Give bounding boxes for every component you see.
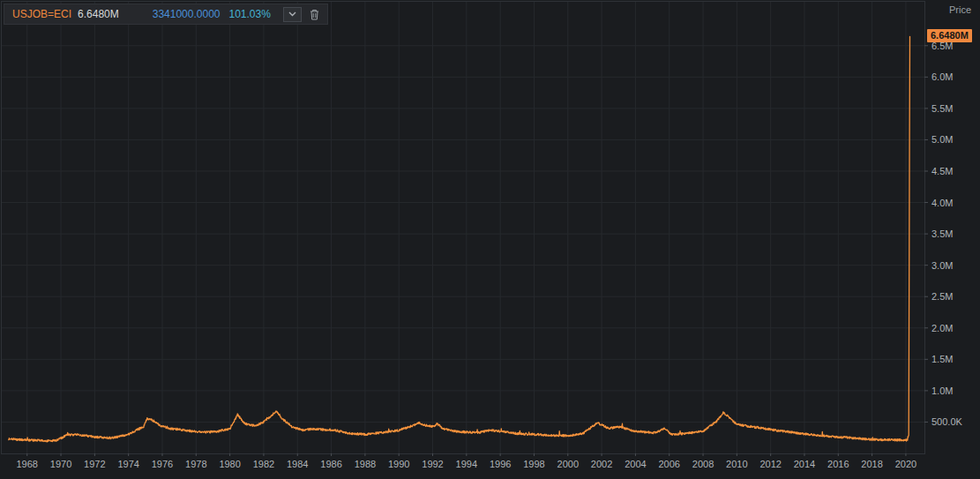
x-tick-label: 1984 xyxy=(287,459,308,469)
x-tick-label: 2016 xyxy=(827,459,849,469)
x-tick-label: 1980 xyxy=(219,459,240,469)
x-tick-label: 2020 xyxy=(895,459,916,469)
x-tick-label: 1974 xyxy=(117,459,138,469)
x-tick-label: 2018 xyxy=(861,459,882,469)
y-tick-label: 2.5M xyxy=(931,291,953,302)
x-tick-label: 2000 xyxy=(557,459,579,469)
legend-percent: 101.03% xyxy=(228,8,270,20)
x-tick-label: 1982 xyxy=(253,459,274,469)
x-tick-label: 1990 xyxy=(388,459,409,469)
x-tick-label: 2010 xyxy=(726,459,747,469)
x-tick-label: 1978 xyxy=(185,459,206,469)
x-tick-label: 2006 xyxy=(658,459,679,469)
chevron-down-icon xyxy=(288,11,296,17)
x-tick-label: 1972 xyxy=(84,459,105,469)
last-price-tag: 6.6480M xyxy=(927,29,972,42)
y-tick-label: 5.0M xyxy=(931,134,953,145)
axis-title-price: Price xyxy=(949,4,971,15)
x-tick-label: 1998 xyxy=(523,459,544,469)
x-tick-label: 1994 xyxy=(456,459,477,469)
legend-bar: USJOB=ECI 6.6480M 3341000.0000 101.03% xyxy=(4,4,328,25)
y-tick-label: 3.0M xyxy=(931,260,953,271)
x-tick-label: 1976 xyxy=(152,459,173,469)
legend-last-value: 6.6480M xyxy=(78,8,119,20)
x-tick-label: 2002 xyxy=(591,459,612,469)
x-tick-label: 1992 xyxy=(422,459,443,469)
x-tick-label: 2014 xyxy=(794,459,815,469)
legend-raw-value: 3341000.0000 xyxy=(153,8,221,20)
x-tick-label: 2004 xyxy=(625,459,646,469)
y-tick-label: 500.0K xyxy=(931,416,963,427)
chart-background xyxy=(0,0,980,479)
y-tick-label: 1.0M xyxy=(931,385,953,396)
x-tick-label: 1970 xyxy=(50,459,71,469)
x-tick-label: 1986 xyxy=(320,459,341,469)
instrument-ric[interactable]: USJOB=ECI xyxy=(12,8,71,20)
chart-app: 1968197019721974197619781980198219841986… xyxy=(0,0,980,479)
y-tick-label: 6.0M xyxy=(931,71,953,82)
x-tick-label: 1996 xyxy=(490,459,511,469)
x-tick-label: 2008 xyxy=(692,459,714,469)
x-tick-label: 1968 xyxy=(16,459,37,469)
y-tick-label: 3.5M xyxy=(931,228,953,239)
delete-series-button[interactable] xyxy=(310,9,319,20)
y-tick-label: 1.5M xyxy=(931,354,953,364)
price-chart-plot[interactable]: 1968197019721974197619781980198219841986… xyxy=(0,0,980,479)
legend-dropdown-button[interactable] xyxy=(283,7,302,22)
x-tick-label: 1988 xyxy=(355,459,376,469)
y-tick-label: 4.5M xyxy=(931,166,953,176)
y-tick-label: 5.5M xyxy=(931,103,953,114)
x-tick-label: 2012 xyxy=(759,459,781,469)
y-tick-label: 2.0M xyxy=(931,323,953,333)
trash-icon xyxy=(310,9,319,20)
y-tick-label: 4.0M xyxy=(931,198,953,208)
